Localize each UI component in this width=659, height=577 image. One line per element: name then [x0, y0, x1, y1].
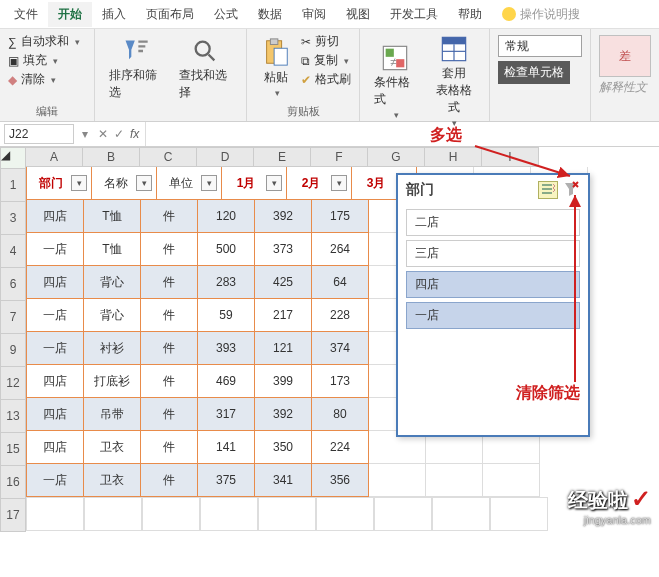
table-cell[interactable]: 350 [255, 431, 312, 464]
table-cell[interactable]: 四店 [26, 365, 84, 398]
check-cell-style[interactable]: 检查单元格 [498, 61, 570, 84]
table-cell[interactable]: 217 [255, 299, 312, 332]
tab-file[interactable]: 文件 [4, 2, 48, 27]
table-header-cell[interactable]: 部门▾ [26, 167, 92, 200]
table-cell[interactable]: 356 [312, 464, 369, 497]
table-cell[interactable]: 打底衫 [84, 365, 141, 398]
slicer-item[interactable]: 四店 [406, 271, 580, 298]
table-cell[interactable]: 背心 [84, 299, 141, 332]
filter-dropdown-icon[interactable]: ▾ [331, 175, 347, 191]
table-cell[interactable]: 件 [141, 233, 198, 266]
empty-cell[interactable] [26, 497, 84, 531]
row-header-13[interactable]: 13 [0, 400, 26, 433]
table-cell[interactable]: 393 [198, 332, 255, 365]
cut-button[interactable]: ✂剪切 [301, 33, 351, 50]
row-header-17[interactable]: 17 [0, 499, 26, 532]
tab-view[interactable]: 视图 [336, 2, 380, 27]
select-all-corner[interactable]: ◢ [0, 147, 26, 169]
col-header-F[interactable]: F [311, 147, 368, 167]
filter-dropdown-icon[interactable]: ▾ [136, 175, 152, 191]
multi-select-icon[interactable] [538, 181, 558, 199]
row-header-16[interactable]: 16 [0, 466, 26, 499]
tab-review[interactable]: 审阅 [292, 2, 336, 27]
col-header-C[interactable]: C [140, 147, 197, 167]
row-header-12[interactable]: 12 [0, 367, 26, 400]
table-cell[interactable]: 173 [312, 365, 369, 398]
table-cell[interactable]: 374 [312, 332, 369, 365]
tell-me-search[interactable]: 操作说明搜 [502, 6, 580, 23]
table-cell[interactable]: 一店 [26, 299, 84, 332]
row-header-6[interactable]: 6 [0, 268, 26, 301]
accept-formula-icon[interactable]: ✓ [114, 127, 124, 141]
table-cell[interactable]: 吊带 [84, 398, 141, 431]
table-cell[interactable]: 283 [198, 266, 255, 299]
tab-formula[interactable]: 公式 [204, 2, 248, 27]
table-cell[interactable]: 一店 [26, 464, 84, 497]
empty-cell[interactable] [84, 497, 142, 531]
col-header-I[interactable]: I [482, 147, 539, 167]
table-cell[interactable]: 件 [141, 266, 198, 299]
empty-cell[interactable] [316, 497, 374, 531]
table-format-button[interactable]: 套用 表格格式▾ [427, 33, 481, 130]
style-bad[interactable]: 差 [599, 35, 651, 77]
formula-bar[interactable] [145, 122, 659, 146]
table-cell[interactable]: 件 [141, 398, 198, 431]
table-cell[interactable]: 425 [255, 266, 312, 299]
table-cell[interactable]: 件 [141, 431, 198, 464]
table-cell[interactable]: 件 [141, 332, 198, 365]
table-cell[interactable]: T恤 [84, 233, 141, 266]
col-header-G[interactable]: G [368, 147, 425, 167]
clear-filter-icon[interactable] [562, 181, 580, 197]
row-header-3[interactable]: 3 [0, 202, 26, 235]
autosum-button[interactable]: ∑自动求和▾ [8, 33, 86, 50]
table-cell[interactable]: 背心 [84, 266, 141, 299]
table-cell[interactable]: 375 [198, 464, 255, 497]
table-cell[interactable]: 500 [198, 233, 255, 266]
col-header-D[interactable]: D [197, 147, 254, 167]
name-box-dropdown[interactable]: ▾ [78, 127, 92, 141]
table-cell[interactable]: 件 [141, 365, 198, 398]
table-cell[interactable]: 121 [255, 332, 312, 365]
slicer-item[interactable]: 一店 [406, 302, 580, 329]
clear-button[interactable]: ◆清除▾ [8, 71, 86, 88]
tab-data[interactable]: 数据 [248, 2, 292, 27]
fill-button[interactable]: ▣填充▾ [8, 52, 86, 69]
number-format-select[interactable]: 常规 [498, 35, 582, 57]
table-cell[interactable]: 一店 [26, 332, 84, 365]
tab-insert[interactable]: 插入 [92, 2, 136, 27]
row-header-7[interactable]: 7 [0, 301, 26, 334]
format-painter-button[interactable]: ✔格式刷 [301, 71, 351, 88]
name-box[interactable]: J22 [4, 124, 74, 144]
table-header-cell[interactable]: 名称▾ [92, 167, 157, 200]
empty-cell[interactable] [483, 464, 540, 497]
table-cell[interactable]: 224 [312, 431, 369, 464]
table-cell[interactable]: 392 [255, 200, 312, 233]
table-cell[interactable]: 四店 [26, 398, 84, 431]
empty-cell[interactable] [374, 497, 432, 531]
table-cell[interactable]: 341 [255, 464, 312, 497]
tab-home[interactable]: 开始 [48, 2, 92, 27]
col-header-B[interactable]: B [83, 147, 140, 167]
col-header-H[interactable]: H [425, 147, 482, 167]
table-cell[interactable]: 141 [198, 431, 255, 464]
tab-help[interactable]: 帮助 [448, 2, 492, 27]
table-cell[interactable]: 64 [312, 266, 369, 299]
table-header-cell[interactable]: 1月▾ [222, 167, 287, 200]
paste-button[interactable]: 粘贴▾ [255, 33, 297, 102]
table-cell[interactable]: 件 [141, 464, 198, 497]
style-explain[interactable]: 解释性文 [599, 79, 651, 96]
tab-dev[interactable]: 开发工具 [380, 2, 448, 27]
table-cell[interactable]: 228 [312, 299, 369, 332]
table-cell[interactable]: 卫衣 [84, 464, 141, 497]
empty-cell[interactable] [200, 497, 258, 531]
table-cell[interactable]: 四店 [26, 266, 84, 299]
filter-dropdown-icon[interactable]: ▾ [266, 175, 282, 191]
find-select-button[interactable]: 查找和选择 [173, 33, 238, 105]
table-cell[interactable]: 四店 [26, 200, 84, 233]
cond-format-button[interactable]: ≠ 条件格式▾ [368, 33, 422, 130]
filter-dropdown-icon[interactable]: ▾ [71, 175, 87, 191]
row-header-9[interactable]: 9 [0, 334, 26, 367]
sort-filter-button[interactable]: 排序和筛选 [103, 33, 168, 105]
table-cell[interactable]: 四店 [26, 431, 84, 464]
table-header-cell[interactable]: 单位▾ [157, 167, 222, 200]
